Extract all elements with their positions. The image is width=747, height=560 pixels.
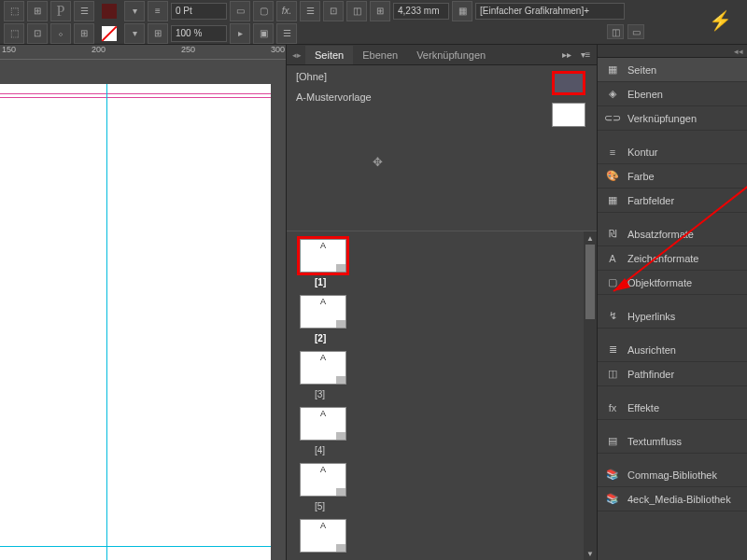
page-number: [5] — [300, 501, 584, 511]
horizontal-ruler[interactable]: 150 200 250 300 — [0, 45, 286, 60]
measure-icon: ⊞ — [370, 1, 390, 21]
tool-icon[interactable]: ☰ — [300, 1, 320, 21]
align-icon[interactable]: ▣ — [253, 23, 274, 44]
scroll-down-icon[interactable]: ▼ — [584, 547, 597, 560]
canvas-area: 150 200 250 300 — [0, 45, 286, 560]
collapse-icon[interactable]: ◂◂ — [734, 47, 743, 56]
master-a-thumb[interactable] — [552, 103, 585, 127]
page-thumb[interactable]: A — [300, 407, 346, 441]
page-thumb-item[interactable]: A[3] — [300, 351, 584, 399]
measure-input[interactable]: 4,233 mm — [393, 3, 449, 20]
tool-icon[interactable]: ⊞ — [74, 23, 94, 44]
master-a[interactable]: A-Mustervorlage — [296, 91, 587, 103]
view-icon[interactable]: ◫ — [607, 24, 624, 39]
page-thumb-item[interactable]: A[2] — [300, 295, 584, 343]
dock-item-kontur[interactable]: ≡Kontur — [598, 140, 747, 164]
page-thumb-item[interactable]: A — [300, 519, 584, 554]
scroll-up-icon[interactable]: ▲ — [584, 231, 597, 245]
stroke-swatch[interactable] — [97, 23, 121, 44]
tool-icon[interactable]: ⬦ — [50, 23, 71, 44]
scroll-thumb[interactable] — [585, 245, 595, 319]
page-fold-icon — [336, 320, 345, 328]
page-thumb[interactable]: A — [300, 295, 346, 329]
dock-item-label: Verknüpfungen — [627, 113, 697, 124]
tab-seiten[interactable]: Seiten — [305, 46, 353, 64]
tab-verknuepfungen[interactable]: Verknüpfungen — [407, 46, 495, 64]
document-page[interactable] — [0, 84, 271, 560]
page-fold-icon — [336, 488, 345, 496]
stroke-weight-input[interactable]: 0 Pt — [171, 3, 227, 20]
pages-panel: ◂▸ Seiten Ebenen Verknüpfungen ▸▸ ▾≡ [Oh… — [286, 45, 598, 560]
dock-item-textumfluss[interactable]: ▤Textumfluss — [598, 429, 747, 454]
tool-icon[interactable]: ☰ — [74, 1, 94, 21]
dock-item-label: Ausrichten — [627, 344, 676, 356]
page-view[interactable] — [0, 60, 286, 560]
dropdown-icon[interactable]: ▾ — [124, 23, 145, 44]
dropdown-icon[interactable]: ▸ — [230, 23, 250, 44]
panel-menu-icon[interactable]: ▾≡ — [578, 48, 593, 63]
pages-list[interactable]: ▲ ▼ A[1]A[2]A[3]A[4]A[5]A — [287, 231, 597, 560]
view-icon[interactable]: ▭ — [627, 24, 644, 39]
dock-item-zeichenformate[interactable]: AZeichenformate — [598, 246, 747, 271]
fx-icon[interactable]: fx. — [276, 1, 297, 21]
tool-icon[interactable]: ⬚ — [4, 23, 24, 44]
dock-item-label: 4eck_Media-Bibliothek — [627, 494, 731, 505]
panel-tab-bar: ◂▸ Seiten Ebenen Verknüpfungen ▸▸ ▾≡ — [287, 45, 597, 65]
page-thumb[interactable]: A — [300, 239, 346, 273]
dock-item-label: Hyperlinks — [627, 311, 675, 322]
page-fold-icon — [336, 432, 345, 440]
dock-item-pathfinder[interactable]: ◫Pathfinder — [598, 362, 747, 386]
page-thumb[interactable]: A — [300, 519, 346, 553]
tool-icon[interactable]: ⊞ — [27, 1, 48, 21]
dropdown-icon[interactable]: ▾ — [124, 1, 145, 21]
tool-icon[interactable]: ⬚ — [4, 1, 24, 21]
dock-item-label: Ebenen — [627, 89, 663, 100]
dock-item-icon: ▦ — [605, 63, 620, 77]
page-thumb[interactable]: A — [300, 463, 346, 497]
page-master-label: A — [320, 297, 326, 306]
page-fold-icon — [336, 264, 345, 272]
margin-guide — [0, 93, 271, 94]
zoom-input[interactable]: 100 % — [171, 25, 227, 42]
page-thumb[interactable]: A — [300, 351, 346, 385]
frame-style-select[interactable]: [Einfacher Grafikrahmen]+ — [475, 3, 625, 20]
tool-icon[interactable]: ▢ — [253, 1, 274, 21]
tool-icon[interactable]: ◫ — [346, 1, 367, 21]
fill-swatch[interactable] — [97, 1, 121, 21]
dock-item-ausrichten[interactable]: ≣Ausrichten — [598, 338, 747, 362]
master-none[interactable]: [Ohne] — [296, 71, 587, 82]
page-thumb-item[interactable]: A[1] — [300, 239, 584, 287]
tool-icon[interactable]: ▭ — [230, 1, 250, 21]
dock-item-ebenen[interactable]: ◈Ebenen — [598, 82, 747, 106]
dock-item-label: Seiten — [627, 64, 656, 76]
tab-ebenen[interactable]: Ebenen — [353, 46, 407, 64]
tool-icon[interactable]: ⊡ — [27, 23, 48, 44]
dock-item-commagbibliothek[interactable]: 📚Commag-Bibliothek — [598, 463, 747, 487]
dock-item-icon: ↯ — [605, 310, 620, 323]
dock-item-seiten[interactable]: ▦Seiten — [598, 58, 747, 82]
close-tab-icon[interactable]: ◂▸ — [292, 50, 302, 60]
dock-item-absatzformate[interactable]: ₪Absatzformate — [598, 222, 747, 246]
scrollbar[interactable]: ▲ ▼ — [584, 231, 597, 560]
tool-icon[interactable]: ⊞ — [148, 23, 168, 44]
dock-item-farbe[interactable]: 🎨Farbe — [598, 164, 747, 189]
tool-icon[interactable]: ▦ — [452, 1, 472, 21]
collapse-icon[interactable]: ▸▸ — [559, 48, 574, 63]
dock-item-icon: ◈ — [605, 88, 620, 101]
tool-icon[interactable]: ⊡ — [323, 1, 344, 21]
dock-item-objektformate[interactable]: ▢Objektformate — [598, 271, 747, 295]
dock-item-eckmediabibliothek[interactable]: 📚4eck_Media-Bibliothek — [598, 487, 747, 511]
gpu-icon[interactable]: ⚡ — [709, 9, 732, 32]
master-none-thumb[interactable] — [552, 71, 585, 95]
align-icon[interactable]: ☰ — [276, 23, 297, 44]
page-master-label: A — [320, 241, 326, 250]
dock-item-verknpfungen[interactable]: ⊂⊃Verknüpfungen — [598, 106, 747, 131]
dock-item-icon: ₪ — [605, 228, 620, 241]
dock-item-farbfelder[interactable]: ▦Farbfelder — [598, 189, 747, 213]
dock-item-effekte[interactable]: fxEffekte — [598, 396, 747, 420]
page-thumb-item[interactable]: A[4] — [300, 407, 584, 455]
char-tool[interactable]: P — [50, 1, 71, 21]
dock-item-label: Effekte — [627, 402, 659, 413]
dock-item-hyperlinks[interactable]: ↯Hyperlinks — [598, 304, 747, 329]
page-thumb-item[interactable]: A[5] — [300, 463, 584, 511]
